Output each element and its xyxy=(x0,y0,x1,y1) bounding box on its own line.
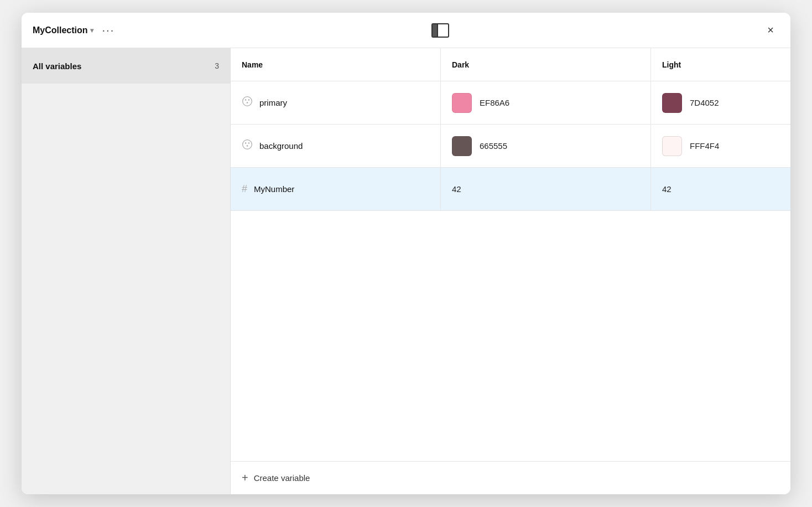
light-number-value: 42 xyxy=(662,184,672,194)
create-variable-button[interactable]: + Create variable xyxy=(231,461,790,494)
header-left: MyCollection ▾ ··· xyxy=(33,22,119,39)
number-hash-icon: # xyxy=(242,183,247,195)
table-row: background 665555 FFF4F4 xyxy=(231,125,790,168)
table-row: primary EF86A6 7D4052 xyxy=(231,81,790,125)
sidebar-item-count: 3 xyxy=(215,61,219,70)
palette-icon xyxy=(242,96,253,110)
svg-point-6 xyxy=(248,142,250,144)
sidebar-item-label: All variables xyxy=(33,61,81,71)
modal-body: All variables 3 Name Dark Light xyxy=(22,48,790,494)
variables-modal: MyCollection ▾ ··· × All variables 3 xyxy=(22,13,790,494)
table-body: primary EF86A6 7D4052 xyxy=(231,81,790,461)
header-center xyxy=(431,23,449,38)
layout-icon-right-panel xyxy=(438,24,448,37)
svg-point-3 xyxy=(247,102,248,104)
close-button[interactable]: × xyxy=(762,22,779,39)
row-name-cell[interactable]: primary xyxy=(231,81,441,124)
dark-color-value: 665555 xyxy=(480,141,507,151)
collection-title[interactable]: MyCollection ▾ xyxy=(33,25,93,35)
variables-table: Name Dark Light xyxy=(231,48,790,494)
row-name-cell[interactable]: # MyNumber xyxy=(231,168,441,210)
row-dark-cell[interactable]: 665555 xyxy=(441,125,651,167)
row-light-cell[interactable]: 7D4052 xyxy=(651,81,790,124)
table-row: # MyNumber 42 42 xyxy=(231,168,790,211)
svg-point-1 xyxy=(245,99,247,101)
layout-toggle-button[interactable] xyxy=(431,23,449,38)
row-light-cell[interactable]: FFF4F4 xyxy=(651,125,790,167)
light-color-swatch[interactable] xyxy=(662,93,682,113)
dark-color-swatch[interactable] xyxy=(452,93,472,113)
col-header-name: Name xyxy=(231,48,441,81)
svg-point-7 xyxy=(247,145,248,147)
more-options-button[interactable]: ··· xyxy=(98,22,119,39)
col-header-light: Light xyxy=(651,48,790,81)
svg-point-0 xyxy=(243,97,252,106)
dark-number-value: 42 xyxy=(452,184,461,194)
row-light-cell[interactable]: 42 xyxy=(651,168,790,210)
svg-point-5 xyxy=(245,142,247,144)
dark-color-value: EF86A6 xyxy=(480,98,509,107)
layout-icon-left-panel xyxy=(433,24,438,37)
table-header-row: Name Dark Light xyxy=(231,48,790,81)
light-color-value: FFF4F4 xyxy=(690,141,719,151)
row-dark-cell[interactable]: 42 xyxy=(441,168,651,210)
collection-name: MyCollection xyxy=(33,25,88,35)
row-dark-cell[interactable]: EF86A6 xyxy=(441,81,651,124)
variable-name: primary xyxy=(259,98,287,107)
collection-chevron-icon: ▾ xyxy=(90,27,93,34)
plus-icon: + xyxy=(242,472,248,484)
row-name-cell[interactable]: background xyxy=(231,125,441,167)
sidebar-item-all-variables[interactable]: All variables 3 xyxy=(22,48,230,84)
light-color-value: 7D4052 xyxy=(690,98,719,107)
col-header-dark: Dark xyxy=(441,48,651,81)
dark-color-swatch[interactable] xyxy=(452,136,472,156)
modal-header: MyCollection ▾ ··· × xyxy=(22,13,790,48)
svg-point-2 xyxy=(248,99,250,101)
variable-name: MyNumber xyxy=(254,184,294,194)
create-variable-label: Create variable xyxy=(254,473,310,483)
variable-name: background xyxy=(259,141,303,151)
svg-point-4 xyxy=(243,140,252,149)
palette-icon xyxy=(242,139,253,153)
sidebar: All variables 3 xyxy=(22,48,231,494)
light-color-swatch[interactable] xyxy=(662,136,682,156)
